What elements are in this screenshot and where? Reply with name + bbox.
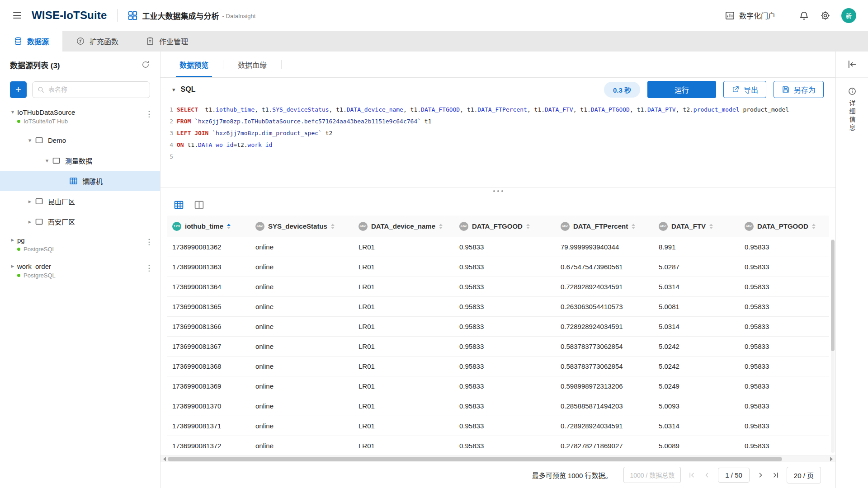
next-page-button[interactable] [757, 471, 764, 479]
sort-icon[interactable] [331, 224, 335, 229]
table-row[interactable]: 1736990081364onlineLR010.958330.72892892… [167, 277, 829, 297]
table-row[interactable]: 1736990081371onlineLR010.958330.72892892… [167, 416, 829, 436]
portal-label: 数字化门户 [739, 10, 775, 21]
scroll-left-arrow-icon[interactable] [163, 457, 166, 461]
table-cell: 0.95833 [739, 343, 818, 350]
column-header-SYS_deviceStatus[interactable]: abcSYS_deviceStatus [250, 216, 353, 237]
settings-gear-icon[interactable] [820, 10, 830, 21]
table-row[interactable]: 1736990081363onlineLR010.958330.67547547… [167, 257, 829, 277]
export-button[interactable]: 导出 [723, 81, 766, 98]
column-header-iothub_time[interactable]: 123iothub_time [167, 216, 250, 237]
tree-node-label: 西安厂区 [48, 217, 75, 226]
tree-node[interactable]: 镭雕机 [0, 171, 160, 191]
prev-page-button[interactable] [703, 471, 711, 479]
sort-icon[interactable] [439, 224, 443, 229]
save-as-button[interactable]: 另存为 [774, 81, 824, 98]
sql-editor[interactable]: 12345 SELECT t1.iothub_time, t1.SYS_devi… [160, 101, 835, 188]
page-size-select[interactable]: 20 / 页 [787, 467, 821, 483]
column-header-DATA_FTV[interactable]: abcDATA_FTV [653, 216, 739, 237]
notifications-bell-icon[interactable] [799, 10, 809, 21]
sql-token: , t1. [460, 106, 477, 113]
digital-portal-link[interactable]: 数字化门户 [725, 10, 775, 21]
table-row[interactable]: 1736990081370onlineLR010.958330.28588587… [167, 396, 829, 416]
table-cell: LR01 [353, 283, 454, 291]
sort-icon[interactable] [709, 224, 713, 229]
table-cell: 1736990081367 [167, 343, 250, 350]
resize-dots-icon [497, 190, 499, 192]
tree-node[interactable]: ▾IoTHubDataSourceIoTSuite/IoT Hub⋮ [0, 104, 160, 130]
table-row[interactable]: 1736990081367onlineLR010.958330.58378377… [167, 337, 829, 357]
panel-resize-handle[interactable] [160, 188, 835, 194]
column-header-DATA_PTGOOD[interactable]: abcDATA_PTGOOD [739, 216, 818, 237]
table-cell: 0.95833 [739, 263, 818, 271]
sql-collapse-caret-icon[interactable]: ▾ [172, 86, 175, 93]
caret-right-icon[interactable]: ▸ [25, 198, 34, 205]
split-view-icon[interactable] [193, 199, 205, 211]
vertical-scroll-thumb[interactable] [831, 240, 835, 351]
sort-icon[interactable] [812, 224, 816, 229]
sql-token: DATA_FTPercent [477, 106, 527, 113]
sort-icon[interactable] [227, 224, 231, 229]
tree-node-text: pgPostgreSQL [17, 236, 56, 253]
sql-token: work_id [248, 141, 273, 148]
module-tab-1[interactable]: 数据源 [0, 31, 62, 52]
add-datasource-button[interactable]: + [10, 81, 27, 98]
table-search-input[interactable] [48, 86, 145, 93]
column-header-DATA_FTGOOD[interactable]: abcDATA_FTGOOD [454, 216, 555, 237]
tree-node[interactable]: ▸pgPostgreSQL⋮ [0, 232, 160, 258]
caret-down-icon[interactable]: ▾ [42, 157, 52, 164]
last-page-button[interactable] [772, 471, 779, 479]
table-cell: LR01 [353, 303, 454, 310]
column-header-DATA_device_name[interactable]: abcDATA_device_name [353, 216, 454, 237]
tree-node[interactable]: ▾Demo [0, 130, 160, 150]
table-row[interactable]: 1736990081372onlineLR010.958330.27827827… [167, 436, 829, 455]
module-tab-2[interactable]: 扩充函数 [62, 31, 132, 52]
collapse-panel-icon[interactable] [847, 59, 857, 70]
horizontal-scroll-thumb[interactable] [168, 457, 782, 461]
caret-down-icon[interactable]: ▾ [25, 137, 34, 144]
node-menu-button[interactable]: ⋮ [145, 238, 153, 246]
module-tab-bar: 数据源扩充函数作业管理 [0, 31, 868, 52]
table-row[interactable]: 1736990081365onlineLR010.958330.26306305… [167, 297, 829, 317]
sort-icon[interactable] [632, 224, 635, 229]
first-page-button[interactable] [688, 471, 696, 479]
refresh-icon[interactable] [141, 60, 150, 69]
sql-token: , t2. [676, 106, 693, 113]
tree-node[interactable]: ▸西安厂区 [0, 211, 160, 232]
scroll-right-arrow-icon[interactable] [830, 457, 833, 461]
view-tab-1[interactable]: 数据预览 [176, 52, 212, 77]
horizontal-scroll-track[interactable] [168, 457, 828, 461]
hamburger-menu-icon[interactable] [12, 10, 23, 21]
caret-right-icon[interactable]: ▸ [25, 218, 34, 225]
line-number: 1 [160, 104, 173, 116]
tree-node[interactable]: ▾测量数据 [0, 150, 160, 171]
module-tab-3[interactable]: 作业管理 [132, 31, 202, 52]
grid-view-icon[interactable] [173, 199, 184, 211]
view-tab-2[interactable]: 数据血缘 [234, 52, 270, 77]
caret-right-icon[interactable]: ▸ [8, 263, 17, 269]
table-cell: 1736990081362 [167, 243, 250, 251]
user-avatar[interactable]: 新 [841, 8, 856, 23]
table-row[interactable]: 1736990081366onlineLR010.958330.72892892… [167, 317, 829, 337]
module-tab-label: 作业管理 [159, 36, 188, 47]
table-row[interactable]: 1736990081362onlineLR010.9583379.9999993… [167, 237, 829, 257]
vertical-scrollbar[interactable] [831, 239, 835, 453]
table-cell: LR01 [353, 362, 454, 370]
node-menu-button[interactable]: ⋮ [145, 110, 153, 118]
tree-node[interactable]: ▸work_orderPostgreSQL⋮ [0, 258, 160, 284]
table-row[interactable]: 1736990081369onlineLR010.958330.59899897… [167, 376, 829, 396]
table-row[interactable]: 1736990081368onlineLR010.958330.58378377… [167, 357, 829, 376]
horizontal-scrollbar[interactable] [160, 455, 835, 462]
sidebar-controls: + [0, 78, 160, 101]
sort-icon[interactable] [526, 224, 530, 229]
column-header-DATA_FTPercent[interactable]: abcDATA_FTPercent [555, 216, 653, 237]
details-panel-toggle[interactable]: 详细信息 [848, 87, 857, 132]
node-menu-button[interactable]: ⋮ [145, 264, 153, 272]
tree-node[interactable]: ▸昆山厂区 [0, 191, 160, 211]
database-icon [14, 37, 23, 46]
caret-right-icon[interactable]: ▸ [8, 236, 17, 243]
run-button[interactable]: 运行 [647, 81, 716, 98]
table-search[interactable] [32, 81, 150, 98]
tree-node-text: 昆山厂区 [48, 197, 75, 206]
caret-down-icon[interactable]: ▾ [8, 108, 17, 115]
